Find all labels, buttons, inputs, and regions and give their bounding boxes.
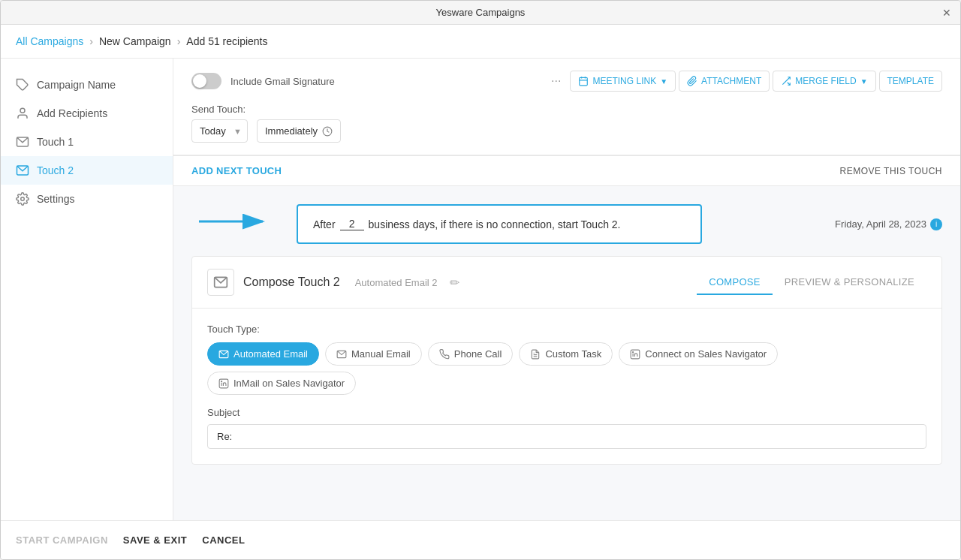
compose-icon-box [207, 269, 234, 296]
sidebar-label-touch2: Touch 2 [37, 164, 74, 176]
top-section: Include Gmail Signature ··· MEETING LINK… [173, 59, 960, 155]
svg-point-4 [21, 197, 25, 201]
compose-section: Compose Touch 2 Automated Email 2 ✏ COMP… [191, 256, 942, 465]
touch-type-buttons: Automated Email Manual Email Phone Call [207, 342, 926, 395]
merge-field-button[interactable]: MERGE FIELD ▼ [773, 71, 875, 92]
remove-touch-button[interactable]: REMOVE THIS TOUCH [839, 166, 942, 176]
touch-type-phone-call[interactable]: Phone Call [428, 342, 514, 366]
svg-point-21 [221, 381, 222, 381]
template-button[interactable]: TEMPLATE [879, 71, 942, 92]
touch2-info-text: After business days, if there is no conn… [313, 218, 621, 230]
touch2-date: Friday, April 28, 2023 i [835, 218, 942, 230]
svg-point-19 [633, 351, 634, 352]
sidebar-label-touch1: Touch 1 [37, 136, 74, 148]
phone-icon [439, 349, 450, 360]
touch-type-connect-sales-nav[interactable]: Connect on Sales Navigator [619, 342, 778, 366]
breadcrumb-new-campaign: New Campaign [99, 35, 171, 47]
touch-type-manual-email[interactable]: Manual Email [325, 342, 422, 366]
compose-email-icon [213, 275, 228, 290]
linkedin-icon [630, 349, 640, 360]
days-input[interactable] [340, 218, 364, 230]
inmail-icon [218, 378, 229, 389]
email-icon [16, 135, 29, 149]
sidebar-label-add-recipients: Add Recipients [37, 107, 107, 119]
send-touch-section: Send Touch: Today ▼ Immediately [191, 104, 942, 143]
breadcrumb-sep1: › [89, 35, 93, 47]
breadcrumb-add-recipients: Add 51 recipients [186, 35, 267, 47]
clock-icon [322, 126, 333, 137]
content-area: Include Gmail Signature ··· MEETING LINK… [173, 59, 960, 520]
sig-left: Include Gmail Signature [191, 73, 335, 89]
add-next-touch-button[interactable]: ADD NEXT TOUCH [191, 165, 282, 176]
window-title: Yesware Campaigns [436, 7, 526, 18]
subject-label: Subject [207, 407, 926, 418]
gmail-signature-toggle[interactable] [191, 73, 221, 89]
user-icon [16, 107, 29, 120]
footer: START CAMPAIGN SAVE & EXIT CANCEL [1, 520, 960, 559]
sidebar-label-settings: Settings [37, 193, 75, 205]
toolbar-buttons: ··· MEETING LINK ▼ ATTACHMENT MERG [545, 71, 942, 92]
sidebar-item-add-recipients[interactable]: Add Recipients [1, 99, 173, 128]
breadcrumb-sep2: › [177, 35, 181, 47]
actions-row: ADD NEXT TOUCH REMOVE THIS TOUCH [173, 155, 960, 186]
touch2-header-area: After business days, if there is no conn… [173, 186, 960, 256]
save-exit-button[interactable]: SAVE & EXIT [123, 534, 187, 546]
automated-email-icon [218, 349, 229, 360]
email-active-icon [16, 164, 29, 177]
sidebar: Campaign Name Add Recipients Touch 1 Tou… [1, 59, 173, 520]
days-suffix: business days, if there is no connection… [369, 218, 621, 230]
after-label: After [313, 218, 336, 230]
send-touch-row: Today ▼ Immediately [191, 119, 942, 143]
close-button[interactable]: ✕ [942, 7, 951, 19]
immediately-time-box[interactable]: Immediately [257, 119, 341, 143]
svg-point-1 [20, 108, 25, 113]
touch-type-label: Touch Type: [207, 324, 926, 335]
date-label: Friday, April 28, 2023 [835, 218, 926, 230]
today-select-wrapper: Today ▼ [191, 119, 248, 143]
tag-icon [16, 78, 29, 92]
compose-title-text: Compose Touch 2 [243, 275, 340, 289]
custom-task-icon [530, 349, 541, 360]
sidebar-item-campaign-name[interactable]: Campaign Name [1, 71, 173, 99]
compose-body: Touch Type: Automated Email Manual Email [192, 309, 941, 464]
compose-tabs: COMPOSE PREVIEW & PERSONALIZE [697, 270, 926, 295]
gear-icon [16, 192, 29, 206]
gmail-sig-row: Include Gmail Signature ··· MEETING LINK… [191, 71, 942, 92]
merge-icon [781, 76, 791, 86]
tab-preview-personalize[interactable]: PREVIEW & PERSONALIZE [773, 270, 926, 295]
arrow-icon [191, 203, 282, 240]
info-icon[interactable]: i [930, 218, 942, 230]
subject-input[interactable] [207, 424, 926, 449]
immediately-label: Immediately [265, 125, 318, 137]
touch-type-inmail-sales-nav[interactable]: InMail on Sales Navigator [207, 372, 356, 395]
compose-subtitle: Automated Email 2 [355, 277, 438, 288]
start-campaign-button: START CAMPAIGN [16, 534, 108, 546]
more-options-icon[interactable]: ··· [545, 71, 567, 91]
main-layout: Campaign Name Add Recipients Touch 1 Tou… [1, 59, 960, 520]
compose-title: Compose Touch 2 Automated Email 2 ✏ [207, 269, 459, 296]
sidebar-item-touch1[interactable]: Touch 1 [1, 128, 173, 156]
sidebar-item-settings[interactable]: Settings [1, 185, 173, 213]
svg-rect-5 [580, 77, 588, 86]
manual-email-icon [336, 349, 347, 360]
breadcrumb: All Campaigns › New Campaign › Add 51 re… [1, 25, 960, 59]
tab-compose[interactable]: COMPOSE [697, 270, 773, 295]
touch-type-custom-task[interactable]: Custom Task [519, 342, 613, 366]
app-window: Yesware Campaigns ✕ All Campaigns › New … [0, 0, 961, 560]
cancel-button[interactable]: CANCEL [202, 534, 245, 546]
today-select[interactable]: Today [191, 119, 248, 143]
meeting-link-button[interactable]: MEETING LINK ▼ [570, 71, 676, 92]
send-touch-label: Send Touch: [191, 104, 942, 115]
attachment-icon [687, 76, 697, 86]
toggle-knob [193, 74, 206, 88]
gmail-signature-label: Include Gmail Signature [230, 76, 335, 87]
sidebar-item-touch2[interactable]: Touch 2 [1, 156, 173, 185]
touch-type-automated-email[interactable]: Automated Email [207, 342, 319, 366]
touch2-info-box: After business days, if there is no conn… [297, 204, 702, 244]
edit-icon[interactable]: ✏ [450, 275, 459, 290]
breadcrumb-all-campaigns[interactable]: All Campaigns [16, 35, 83, 47]
attachment-button[interactable]: ATTACHMENT [679, 71, 770, 92]
title-bar: Yesware Campaigns ✕ [1, 1, 960, 25]
compose-header: Compose Touch 2 Automated Email 2 ✏ COMP… [192, 257, 941, 309]
sidebar-label-campaign-name: Campaign Name [37, 79, 116, 91]
